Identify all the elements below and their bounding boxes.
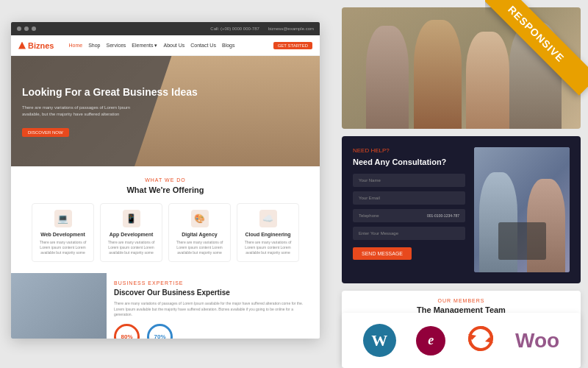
woocommerce-logo: Woo	[515, 329, 559, 353]
hero-section: Looking For a Great Business Ideas There…	[11, 56, 320, 166]
business-description: There are many variations of passages of…	[114, 301, 312, 318]
form-field-message[interactable]: Enter Your Message	[353, 227, 465, 240]
web-dev-name: Web Development	[37, 232, 89, 237]
stat-70: 70%	[147, 324, 173, 339]
form-label-name: Your Name	[359, 178, 381, 183]
nav-link-home[interactable]: Home	[68, 43, 82, 49]
consultation-pre-label: NEED HELP?	[353, 147, 465, 154]
nav-link-shop[interactable]: Shop	[88, 43, 100, 49]
team-pre-label: OUR MEMBERS	[353, 298, 570, 303]
business-section: BUSINESS EXPERTISE Discover Our Business…	[11, 273, 320, 339]
logo-icon	[18, 42, 26, 49]
cloud-eng-desc: There are many variations of Lorem ipsum…	[242, 240, 294, 255]
form-phone-value: 001-0100-1234-787	[427, 213, 459, 218]
offerings-title: What We're Offering	[18, 185, 312, 194]
consultation-image	[474, 147, 570, 272]
nav-link-contact[interactable]: Contact Us	[190, 43, 216, 49]
app-dev-desc: There are many variations of Lorem ipsum…	[105, 240, 157, 255]
consultation-section: NEED HELP? Need Any Consultation? Your N…	[342, 136, 581, 283]
consultation-title: Need Any Consultation?	[353, 158, 465, 166]
app-dev-icon: 📱	[123, 210, 140, 227]
web-dev-icon: 💻	[54, 210, 72, 227]
hero-cta-button[interactable]: DISCOVER NOW	[22, 128, 69, 137]
hero-title: Looking For a Great Business Ideas	[22, 85, 198, 99]
wp-letter: W	[371, 331, 387, 350]
refresh-logo	[466, 324, 495, 358]
digital-agency-name: Digital Agency	[173, 232, 226, 237]
site-logo: Biznes	[18, 41, 54, 50]
form-field-phone[interactable]: Telephone 001-0100-1234-787	[353, 209, 465, 222]
app-dev-name: App Development	[105, 232, 157, 237]
offerings-pre-label: WHAT WE DO	[18, 177, 312, 183]
offering-card-cloud: ☁️ Cloud Engineering There are many vari…	[237, 203, 299, 262]
logo-text: Biznes	[28, 41, 54, 50]
topbar-dot	[17, 26, 21, 31]
form-label-phone: Telephone	[359, 213, 379, 218]
responsive-badge-container: RESPONSIVE	[485, 0, 588, 103]
topbar-dot	[24, 26, 29, 31]
main-container: Call: (+00) 0000 000-787 bizness@example…	[0, 0, 588, 368]
digital-agency-desc: There are many variations of Lorem ipsum…	[173, 240, 226, 255]
site-nav: Biznes Home Shop Services Elements ▾ Abo…	[11, 35, 320, 56]
stat-circle-70: 70%	[147, 324, 173, 339]
stat-80: 80%	[114, 324, 140, 339]
topbar-email: bizness@example.com	[268, 26, 314, 31]
offering-card-app: 📱 App Development There are many variati…	[100, 203, 162, 262]
offerings-section: WHAT WE DO What We're Offering 💻 Web Dev…	[11, 166, 320, 273]
bottom-logos-bar: W e Woo	[342, 313, 581, 368]
form-field-name[interactable]: Your Name	[353, 174, 465, 187]
offering-card-digital: 🎨 Digital Agency There are many variatio…	[168, 203, 231, 262]
offerings-grid: 💻 Web Development There are many variati…	[18, 203, 312, 262]
hero-content: Looking For a Great Business Ideas There…	[22, 85, 198, 137]
nav-link-about[interactable]: About Us	[163, 43, 184, 49]
topbar-dot	[32, 26, 36, 31]
laptop-icon	[498, 222, 546, 260]
stat-circle-80: 80%	[114, 324, 140, 339]
digital-agency-icon: 🎨	[191, 210, 209, 227]
form-field-email[interactable]: Your Email	[353, 191, 465, 205]
person-silhouette-1	[366, 26, 409, 129]
nav-link-elements[interactable]: Elements ▾	[132, 43, 157, 49]
responsive-badge-text: RESPONSIVE	[485, 0, 588, 96]
hero-description: There are many variations of passages of…	[22, 105, 132, 118]
nav-link-blog[interactable]: Blogs	[222, 43, 235, 49]
website-preview: Call: (+00) 0000 000-787 bizness@example…	[11, 22, 320, 339]
business-stats: 80% 70%	[114, 324, 312, 339]
business-image	[11, 273, 107, 339]
topbar-phone: Call: (+00) 0000 000-787	[210, 26, 259, 31]
consultation-submit-button[interactable]: SEND MESSAGE	[353, 247, 412, 260]
form-label-email: Your Email	[359, 196, 380, 200]
business-content: BUSINESS EXPERTISE Discover Our Business…	[107, 273, 320, 339]
nav-link-services[interactable]: Services	[107, 43, 126, 49]
wordpress-logo: W	[363, 324, 396, 357]
site-topbar: Call: (+00) 0000 000-787 bizness@example…	[11, 22, 320, 35]
elementor-letter: e	[428, 333, 434, 348]
form-label-message: Enter Your Message	[359, 231, 398, 236]
business-title: Discover Our Business Expertise	[114, 289, 312, 297]
nav-cta-button[interactable]: GET STARTED	[273, 42, 312, 49]
consultation-form: NEED HELP? Need Any Consultation? Your N…	[353, 147, 465, 272]
web-dev-desc: There are many variations of Lorem ipsum…	[37, 240, 89, 255]
cloud-eng-name: Cloud Engineering	[242, 232, 294, 237]
elementor-logo: e	[416, 326, 445, 355]
cloud-eng-icon: ☁️	[259, 210, 277, 227]
person-silhouette-2	[414, 20, 462, 130]
offering-card-web: 💻 Web Development There are many variati…	[32, 203, 94, 262]
business-pre-label: BUSINESS EXPERTISE	[114, 280, 312, 286]
nav-links: Home Shop Services Elements ▾ About Us C…	[68, 43, 234, 49]
